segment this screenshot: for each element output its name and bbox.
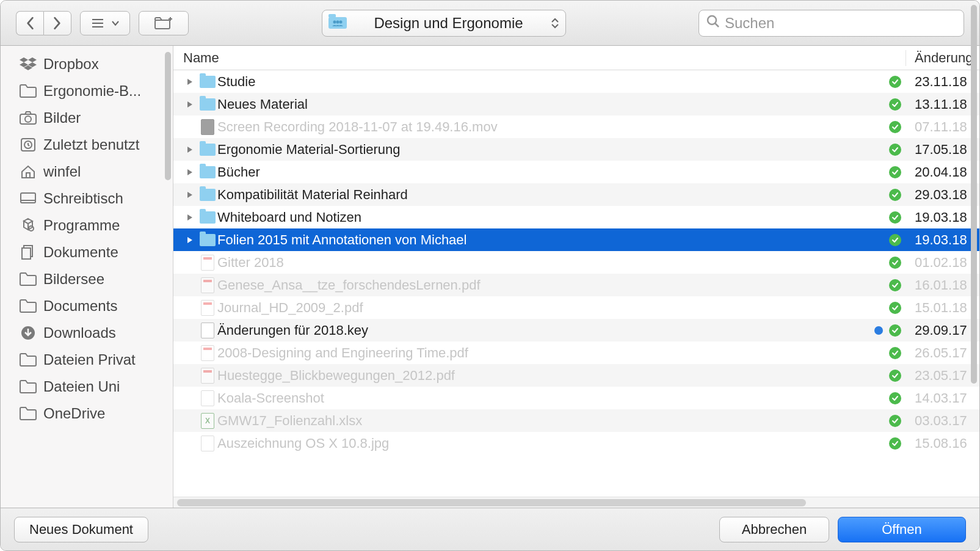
- file-row[interactable]: Änderungen für 2018.key29.09.17: [173, 319, 979, 341]
- file-name: Änderungen für 2018.key: [217, 323, 871, 338]
- disclosure-triangle[interactable]: [182, 168, 198, 177]
- sidebar-item-label: OneDrive: [43, 405, 105, 422]
- file-row[interactable]: Journal_HD_2009_2.pdf15.01.18: [173, 296, 979, 319]
- sidebar-item[interactable]: Schreibtisch: [1, 185, 173, 212]
- sidebar-item-label: winfel: [43, 163, 81, 180]
- sync-status-icon: [887, 121, 906, 133]
- back-button[interactable]: [16, 11, 43, 35]
- disclosure-triangle[interactable]: [182, 145, 198, 154]
- folder-plus-icon: [154, 16, 173, 30]
- camera-icon: [19, 110, 37, 126]
- sync-status-icon: [887, 76, 906, 88]
- main-area: DropboxErgonomie-B...BilderZuletzt benut…: [1, 46, 979, 508]
- horizontal-scrollbar[interactable]: [173, 497, 979, 508]
- svg-line-12: [715, 23, 719, 27]
- sidebar-item[interactable]: Bilder: [1, 104, 173, 131]
- sidebar-item[interactable]: winfel: [1, 158, 173, 185]
- new-document-button[interactable]: Neues Dokument: [14, 517, 148, 542]
- window-scrollbar[interactable]: [970, 46, 978, 508]
- sidebar-item[interactable]: OneDrive: [1, 400, 173, 427]
- view-mode-button[interactable]: [80, 11, 130, 35]
- sync-status-icon: [887, 98, 906, 111]
- file-row[interactable]: GMW17_Folienzahl.xlsx03.03.17: [173, 409, 979, 432]
- file-date: 15.08.16: [906, 436, 979, 451]
- path-selector[interactable]: Design und Ergonomie: [322, 10, 566, 37]
- sidebar-item[interactable]: Downloads: [1, 319, 173, 346]
- clock-icon: [19, 137, 37, 153]
- footer: Neues Dokument Abbrechen Öffnen: [1, 508, 979, 550]
- folder-icon: [198, 234, 217, 246]
- file-name: Neues Material: [217, 97, 871, 112]
- column-name[interactable]: Name: [173, 50, 906, 66]
- sync-status-icon: [887, 370, 906, 382]
- scroll-thumb[interactable]: [177, 499, 806, 506]
- sidebar-item[interactable]: Dropbox: [1, 51, 173, 78]
- sidebar-item[interactable]: Dateien Uni: [1, 373, 173, 400]
- file-name: Screen Recording 2018-11-07 at 19.49.16.…: [217, 119, 871, 135]
- sidebar-item-label: Dateien Uni: [43, 378, 120, 395]
- sidebar-item-label: Schreibtisch: [43, 190, 123, 207]
- sidebar-item[interactable]: Dateien Privat: [1, 346, 173, 373]
- search-field[interactable]: Suchen: [699, 10, 964, 37]
- sidebar-item[interactable]: Dokumente: [1, 239, 173, 266]
- file-date: 23.05.17: [906, 368, 979, 384]
- svg-rect-7: [328, 14, 336, 18]
- sidebar-item[interactable]: Programme: [1, 212, 173, 239]
- sidebar-item-label: Dropbox: [43, 56, 99, 73]
- file-date: 16.01.18: [906, 277, 979, 293]
- sidebar-item[interactable]: Bildersee: [1, 266, 173, 293]
- sidebar-scrollbar[interactable]: [165, 52, 171, 180]
- disclosure-triangle[interactable]: [182, 78, 198, 86]
- folder-icon: [198, 211, 217, 224]
- file-row[interactable]: Kompatibilität Material Reinhard29.03.18: [173, 183, 979, 206]
- pdf-file-icon: [198, 368, 217, 384]
- nav-group: [16, 11, 71, 35]
- scroll-thumb[interactable]: [971, 46, 977, 384]
- file-row[interactable]: Koala-Screenshot14.03.17: [173, 387, 979, 409]
- cancel-button[interactable]: Abbrechen: [719, 517, 829, 542]
- file-row[interactable]: Whiteboard und Notizen19.03.18: [173, 206, 979, 228]
- file-row[interactable]: Genese_Ansa__tze_forschendesLernen.pdf16…: [173, 274, 979, 296]
- new-folder-button[interactable]: [139, 11, 189, 35]
- forward-button[interactable]: [43, 11, 71, 35]
- file-row[interactable]: Folien 2015 mit Annotationen von Michael…: [173, 228, 979, 251]
- sidebar-item[interactable]: Ergonomie-B...: [1, 78, 173, 104]
- svg-point-19: [25, 116, 31, 122]
- pdf-file-icon: [198, 300, 217, 316]
- sidebar-item[interactable]: Zuletzt benutzt: [1, 131, 173, 158]
- file-list: Name Änderung Studie23.11.18Neues Materi…: [173, 46, 979, 508]
- file-row[interactable]: Neues Material13.11.18: [173, 93, 979, 115]
- disclosure-triangle[interactable]: [182, 191, 198, 199]
- file-name: Koala-Screenshot: [217, 390, 871, 406]
- disclosure-triangle[interactable]: [182, 213, 198, 222]
- sidebar-item-label: Bildersee: [43, 271, 104, 288]
- file-row[interactable]: Huestegge_Blickbewegungen_2012.pdf23.05.…: [173, 364, 979, 387]
- folder-icon: [19, 352, 37, 368]
- search-icon: [706, 15, 720, 32]
- file-row[interactable]: Bücher20.04.18: [173, 161, 979, 183]
- sync-status-icon: [887, 189, 906, 201]
- file-row[interactable]: Gitter 201801.02.18: [173, 251, 979, 274]
- open-button[interactable]: Öffnen: [838, 517, 966, 542]
- file-row[interactable]: Auszeichnung OS X 10.8.jpg15.08.16: [173, 432, 979, 454]
- file-row[interactable]: 2008-Designing and Engineering Time.pdf2…: [173, 341, 979, 364]
- folder-icon: [19, 298, 37, 314]
- chevron-left-icon: [25, 16, 35, 30]
- file-date: 14.03.17: [906, 390, 979, 406]
- file-name: Bücher: [217, 164, 871, 180]
- sync-status-icon: [887, 257, 906, 269]
- file-row[interactable]: Screen Recording 2018-11-07 at 19.49.16.…: [173, 115, 979, 138]
- sync-status-icon: [887, 347, 906, 359]
- list-view-icon: [91, 17, 108, 29]
- file-name: Studie: [217, 74, 871, 90]
- column-modified[interactable]: Änderung: [906, 50, 979, 66]
- disclosure-triangle[interactable]: [182, 236, 198, 244]
- svg-rect-27: [22, 248, 31, 259]
- file-name: Auszeichnung OS X 10.8.jpg: [217, 436, 871, 451]
- file-row[interactable]: Ergonomie Material-Sortierung17.05.18: [173, 138, 979, 161]
- sidebar-item[interactable]: Documents: [1, 293, 173, 319]
- disclosure-triangle[interactable]: [182, 100, 198, 109]
- desktop-icon: [19, 191, 37, 206]
- file-row[interactable]: Studie23.11.18: [173, 70, 979, 93]
- file-date: 23.11.18: [906, 74, 979, 90]
